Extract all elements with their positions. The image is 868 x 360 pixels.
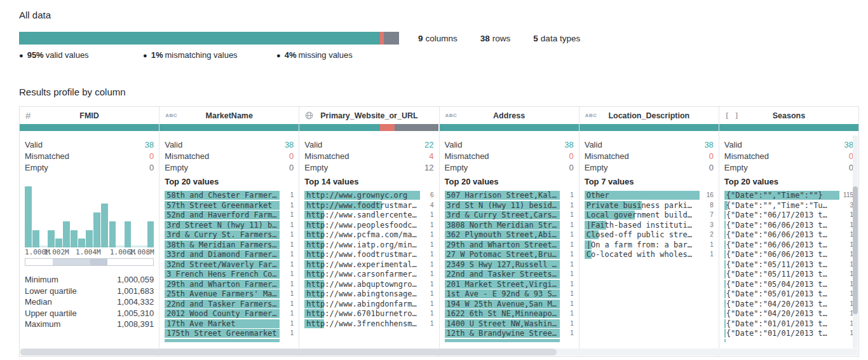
value-row[interactable]	[445, 339, 574, 342]
value-bar[interactable]	[165, 339, 280, 342]
value-row[interactable]: {"Date":"05/11/2013 t…1	[724, 270, 853, 279]
horizontal-scrollbar-thumb[interactable]	[20, 349, 557, 356]
value-bar[interactable]	[724, 309, 726, 318]
histogram-bar[interactable]	[101, 204, 108, 247]
value-bar[interactable]	[445, 339, 560, 342]
histogram-bar[interactable]	[93, 212, 100, 247]
column-quality-bar[interactable]	[299, 124, 438, 131]
histogram-bar[interactable]	[109, 221, 116, 247]
value-row[interactable]: |On a farm from: a bar…1	[585, 240, 714, 249]
histogram-bar[interactable]	[147, 221, 154, 247]
histogram-bar[interactable]	[78, 239, 85, 247]
column-quality-bar[interactable]	[719, 124, 858, 131]
value-row[interactable]	[165, 339, 294, 342]
histogram-bar[interactable]	[32, 230, 39, 247]
value-row[interactable]: 2349 S Hwy 127,Russell …1	[445, 260, 574, 269]
value-bar[interactable]	[724, 260, 726, 269]
value-row[interactable]: {"Date":"05/04/2013 t…1	[724, 280, 853, 289]
histogram-bar[interactable]	[86, 230, 93, 247]
value-row[interactable]: Co-located with wholes…1	[585, 250, 714, 259]
valid-segment[interactable]	[719, 124, 858, 131]
histogram-bar[interactable]	[55, 239, 62, 247]
value-bar[interactable]	[724, 221, 726, 230]
value-bar[interactable]	[724, 289, 726, 298]
value-row[interactable]: http://www.6701burnetro…1	[304, 309, 433, 318]
horizontal-scrollbar[interactable]	[20, 349, 858, 356]
value-row[interactable]: http://www.experimental…1	[304, 260, 433, 269]
valid-segment[interactable]	[299, 124, 380, 131]
slider-quartile-segment[interactable]	[53, 259, 90, 265]
column-header-MarketName[interactable]: ABCMarketName	[159, 107, 299, 124]
value-row[interactable]: {"Date":"","Time":""}115	[724, 191, 853, 200]
value-row[interactable]: 12th & Brandywine Stree…1	[445, 329, 574, 338]
value-bar[interactable]	[724, 230, 726, 239]
slider-quartile-segment[interactable]	[90, 259, 107, 265]
column-header-Seasons[interactable]: [ ]Seasons	[719, 107, 858, 124]
value-row[interactable]: 1400 U Street NW,Washin…1	[445, 319, 574, 328]
value-row[interactable]: 58th and Chester Farmer…1	[165, 191, 294, 200]
column-quality-bar[interactable]	[159, 124, 299, 131]
value-row[interactable]: http://www.3frenchhensm…1	[304, 319, 433, 328]
value-row[interactable]: {"Date":"04/20/2013 t…1	[724, 309, 853, 318]
valid-segment[interactable]	[159, 124, 299, 131]
value-bar[interactable]	[724, 211, 726, 219]
value-row[interactable]: 22nd and Tasker Streets…1	[445, 270, 574, 279]
value-row[interactable]: 194 W 25th Avenue,San M…1	[445, 300, 574, 308]
value-row[interactable]: 3rd & Curry St. Farmers…1	[165, 230, 294, 239]
value-bar[interactable]	[724, 300, 726, 308]
value-row[interactable]: 362 Plymouth Street,Abi…1	[445, 230, 574, 239]
mismatch-segment[interactable]	[380, 124, 395, 131]
value-bar[interactable]	[724, 339, 726, 342]
value-row[interactable]: {"Date":"06/06/2013 t…1	[724, 230, 853, 239]
vertical-scrollbar-thumb[interactable]	[853, 186, 858, 314]
value-row[interactable]: Private business parki…8	[585, 201, 714, 210]
value-bar[interactable]	[724, 329, 726, 338]
column-header-Primary_Website_or_URL[interactable]: Primary_Website_or_URL	[299, 107, 438, 124]
value-row[interactable]: http://www.foodtrustmar…1	[304, 250, 433, 259]
value-row[interactable]: http://www.abquptowngro…1	[304, 280, 433, 289]
value-bar[interactable]	[724, 250, 726, 259]
value-bar[interactable]	[724, 319, 726, 328]
value-row[interactable]: http://www.grownyc.org6	[304, 191, 433, 200]
value-row[interactable]: {"Date":"06/06/2013 t…1	[724, 221, 853, 230]
value-row[interactable]: Closed-off public stre…2	[585, 230, 714, 239]
value-row[interactable]: |Faith-based instituti…3	[585, 221, 714, 230]
value-bar[interactable]	[724, 270, 726, 279]
column-quality-bar[interactable]	[440, 124, 579, 131]
value-row[interactable]: 17th Ave Market1	[165, 319, 294, 328]
value-bar[interactable]	[724, 280, 726, 289]
value-row[interactable]: {"Date":"06/06/2013 t…1	[724, 250, 853, 259]
value-row[interactable]	[724, 339, 853, 342]
value-row[interactable]: 1st Ave - E 92nd & 93 S…1	[445, 289, 574, 298]
value-row[interactable]: 2012 Wood County Farmer…1	[165, 309, 294, 318]
value-row[interactable]: 3 French Hens French Co…1	[165, 270, 294, 279]
value-row[interactable]: {"Date":"04/20/2013 t…1	[724, 300, 853, 308]
vertical-scrollbar[interactable]	[853, 135, 858, 348]
value-row[interactable]: 32nd Street/Waverly Far…1	[165, 260, 294, 269]
missing-segment[interactable]	[395, 124, 438, 131]
value-row[interactable]: {"Date":"06/17/2013 t…1	[724, 211, 853, 219]
missing-bar-segment[interactable]	[384, 32, 399, 45]
value-row[interactable]: http://www.pcfma.com/ma…1	[304, 230, 433, 239]
histogram-bar[interactable]	[25, 186, 32, 247]
value-row[interactable]: 38th & Meridian Farmers…1	[165, 240, 294, 249]
value-row[interactable]: http://www.iatp.org/min…1	[304, 240, 433, 249]
valid-bar-segment[interactable]	[19, 32, 380, 45]
value-row[interactable]: {"Date":"05/11/2013 t…1	[724, 260, 853, 269]
value-row[interactable]: 201 Market Street,Virgi…1	[445, 280, 574, 289]
value-row[interactable]: http://www.peoplesfoodc…1	[304, 221, 433, 230]
value-row[interactable]: Local government build…7	[585, 211, 714, 219]
value-row[interactable]: http://www.sandlercente…1	[304, 211, 433, 219]
value-row[interactable]: 29th and Wharton Street…1	[445, 240, 574, 249]
histogram-bar[interactable]	[125, 221, 132, 247]
value-row[interactable]: http://www.abingdonfarm…1	[304, 300, 433, 308]
value-row[interactable]: http://www.foodtrustmar…4	[304, 201, 433, 210]
value-row[interactable]: 3808 North Meridian Str…1	[445, 221, 574, 230]
value-row[interactable]: 57th Street Greenmarket1	[165, 201, 294, 210]
column-header-Location_Description[interactable]: ABCLocation_Description	[580, 107, 719, 124]
value-row[interactable]: {"Date":"01/01/2013 t…1	[724, 319, 853, 328]
value-row[interactable]: 3rd St N (Hwy 11) besid…1	[445, 201, 574, 210]
value-row[interactable]: http://www.carsonfarmer…1	[304, 270, 433, 279]
value-row[interactable]: 22nd and Tasker Farmers…1	[165, 300, 294, 308]
valid-segment[interactable]	[440, 124, 579, 131]
